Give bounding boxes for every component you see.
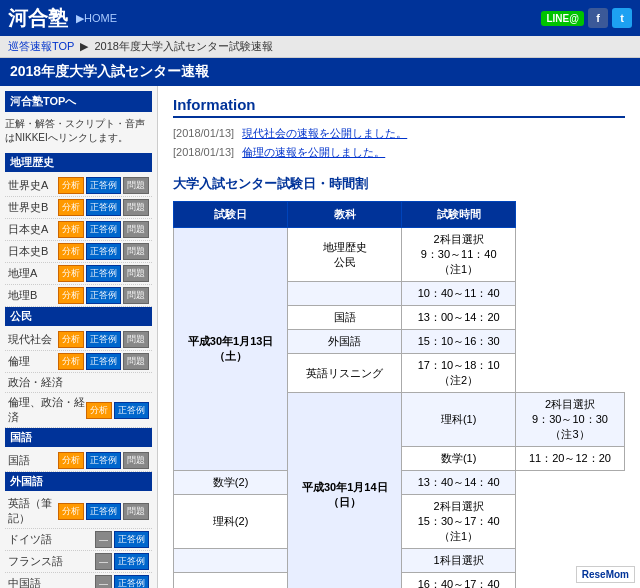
line-button[interactable]: LINE@	[541, 11, 584, 26]
breadcrumb-top[interactable]: 巡答速報TOP	[8, 40, 74, 52]
sidebar-item-japan-history-a: 日本史A 分析 正答例 問題	[5, 219, 152, 241]
schedule-table: 試験日 教科 試験時間 平成30年1月13日（土） 地理歴史公民 2科目選択9：…	[173, 201, 625, 588]
resemom-logo: ReseMom	[576, 566, 635, 583]
btn-seito-german[interactable]: 正答例	[114, 531, 149, 548]
info-link-2[interactable]: 倫理の速報を公開しました。	[242, 146, 385, 158]
sidebar-item-rinri-seiji: 倫理、政治・経済 分析 正答例	[5, 393, 152, 428]
col-header-date: 試験日	[174, 202, 288, 228]
btn-bunseki-rinri-seiji[interactable]: 分析	[86, 402, 112, 419]
subject-math1: 数学(1)	[402, 447, 516, 471]
subject-listening: 英語リスニング	[288, 354, 402, 393]
btn-seito-rinri-seiji[interactable]: 正答例	[114, 402, 149, 419]
btn-bunseki-japan-a[interactable]: 分析	[58, 221, 84, 238]
btn-seito-world-b[interactable]: 正答例	[86, 199, 121, 216]
sidebar-item-kokugo: 国語 分析 正答例 問題	[5, 450, 152, 472]
btn-mondai-kokugo[interactable]: 問題	[123, 452, 149, 469]
sidebar-item-rinri: 倫理 分析 正答例 問題	[5, 351, 152, 373]
sidebar-item-world-history-b: 世界史B 分析 正答例 問題	[5, 197, 152, 219]
btn-mondai-japan-b[interactable]: 問題	[123, 243, 149, 260]
btn-mondai-eng-w[interactable]: 問題	[123, 503, 149, 520]
btn-seito-japan-a[interactable]: 正答例	[86, 221, 121, 238]
time-komin2: 10：40～11：40	[402, 282, 516, 306]
sidebar-item-japan-history-b: 日本史B 分析 正答例 問題	[5, 241, 152, 263]
subject-kokugo: 国語	[288, 306, 402, 330]
time-rika2: 2科目選択15：30～17：40（注1）	[402, 495, 516, 549]
time-rika2-2: 16：40～17：40	[402, 573, 516, 589]
sidebar-section-geography-history: 地理歴史	[5, 153, 152, 172]
breadcrumb: 巡答速報TOP ▶ 2018年度大学入試センター試験速報	[0, 36, 640, 58]
subject-math2: 数学(2)	[174, 471, 288, 495]
btn-mondai-geo-b[interactable]: 問題	[123, 287, 149, 304]
time-geo-hist: 2科目選択9：30～11：40（注1）	[402, 228, 516, 282]
sidebar-top-link[interactable]: 河合塾TOPへ	[5, 91, 152, 112]
content-area: Information [2018/01/13] 現代社会の速報を公開しました。…	[158, 86, 640, 588]
time-math2: 13：40～14：40	[402, 471, 516, 495]
info-link-1[interactable]: 現代社会の速報を公開しました。	[242, 127, 407, 139]
sidebar-section-komin: 公民	[5, 307, 152, 326]
sidebar-item-chinese: 中国語 — 正答例	[5, 573, 152, 588]
btn-mondai-world-a[interactable]: 問題	[123, 177, 149, 194]
btn-mondai-gendai[interactable]: 問題	[123, 331, 149, 348]
subject-rika1: 理科(1)	[402, 393, 516, 447]
btn-mondai-geo-a[interactable]: 問題	[123, 265, 149, 282]
site-logo[interactable]: 河合塾	[8, 5, 68, 32]
btn-seito-japan-b[interactable]: 正答例	[86, 243, 121, 260]
page-title: 2018年度大学入試センター速報	[0, 58, 640, 86]
sidebar-item-french: フランス語 — 正答例	[5, 551, 152, 573]
sidebar-note: 正解・解答・スクリプト・音声はNIKKEIへリンクします。	[5, 117, 152, 145]
date-cell-day1: 平成30年1月13日（土）	[174, 228, 288, 471]
btn-bunseki-geo-a[interactable]: 分析	[58, 265, 84, 282]
info-date-2: [2018/01/13]	[173, 146, 234, 158]
sidebar: 河合塾TOPへ 正解・解答・スクリプト・音声はNIKKEIへリンクします。 地理…	[0, 86, 158, 588]
btn-seito-french[interactable]: 正答例	[114, 553, 149, 570]
btn-mondai-world-b[interactable]: 問題	[123, 199, 149, 216]
sidebar-section-gaikokugo: 外国語	[5, 472, 152, 491]
header: 河合塾 ▶HOME LINE@ f t	[0, 0, 640, 36]
sidebar-item-seiji-keizai: 政治・経済	[5, 373, 152, 393]
main-layout: 河合塾TOPへ 正解・解答・スクリプト・音声はNIKKEIへリンクします。 地理…	[0, 86, 640, 588]
btn-bunseki-world-a[interactable]: 分析	[58, 177, 84, 194]
col-header-subject: 教科	[288, 202, 402, 228]
subject-foreign: 外国語	[288, 330, 402, 354]
btn-bunseki-eng-w[interactable]: 分析	[58, 503, 84, 520]
btn-dash-chinese[interactable]: —	[95, 575, 112, 588]
sidebar-item-world-history-a: 世界史A 分析 正答例 問題	[5, 175, 152, 197]
breadcrumb-current: 2018年度大学入試センター試験速報	[94, 40, 272, 52]
social-links: LINE@ f t	[541, 8, 632, 28]
btn-seito-geo-a[interactable]: 正答例	[86, 265, 121, 282]
btn-seito-eng-w[interactable]: 正答例	[86, 503, 121, 520]
btn-seito-chinese[interactable]: 正答例	[114, 575, 149, 588]
btn-bunseki-japan-b[interactable]: 分析	[58, 243, 84, 260]
btn-seito-kokugo[interactable]: 正答例	[86, 452, 121, 469]
btn-dash-french[interactable]: —	[95, 553, 112, 570]
subject-rika2: 理科(2)	[174, 495, 288, 549]
btn-bunseki-gendai[interactable]: 分析	[58, 331, 84, 348]
col-header-time: 試験時間	[402, 202, 516, 228]
btn-bunseki-kokugo[interactable]: 分析	[58, 452, 84, 469]
btn-bunseki-rinri[interactable]: 分析	[58, 353, 84, 370]
date-cell-day2: 平成30年1月14日（日）	[288, 393, 402, 589]
time-rika1: 2科目選択9：30～10：30（注3）	[515, 393, 624, 447]
time-math1: 11：20～12：20	[515, 447, 624, 471]
sidebar-item-german: ドイツ語 — 正答例	[5, 529, 152, 551]
btn-seito-world-a[interactable]: 正答例	[86, 177, 121, 194]
btn-seito-geo-b[interactable]: 正答例	[86, 287, 121, 304]
twitter-icon[interactable]: t	[612, 8, 632, 28]
btn-mondai-japan-a[interactable]: 問題	[123, 221, 149, 238]
facebook-icon[interactable]: f	[588, 8, 608, 28]
btn-bunseki-world-b[interactable]: 分析	[58, 199, 84, 216]
sidebar-item-gendai-shakai: 現代社会 分析 正答例 問題	[5, 329, 152, 351]
info-item-1: [2018/01/13] 現代社会の速報を公開しました。	[173, 126, 625, 141]
subject-empty1	[288, 282, 402, 306]
btn-dash-german[interactable]: —	[95, 531, 112, 548]
btn-seito-gendai[interactable]: 正答例	[86, 331, 121, 348]
time-foreign: 15：10～16：30	[402, 330, 516, 354]
btn-seito-rinri[interactable]: 正答例	[86, 353, 121, 370]
btn-bunseki-geo-b[interactable]: 分析	[58, 287, 84, 304]
sidebar-item-geography-b: 地理B 分析 正答例 問題	[5, 285, 152, 307]
home-link[interactable]: ▶HOME	[76, 12, 117, 25]
info-item-2: [2018/01/13] 倫理の速報を公開しました。	[173, 145, 625, 160]
info-title: Information	[173, 96, 625, 118]
btn-mondai-rinri[interactable]: 問題	[123, 353, 149, 370]
time-rika2-1ka: 1科目選択	[402, 549, 516, 573]
